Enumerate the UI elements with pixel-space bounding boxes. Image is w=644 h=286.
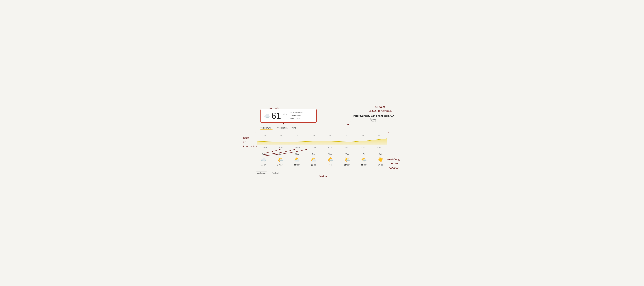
day-icon-sun: 🌤️: [277, 156, 284, 163]
tab-temperature[interactable]: Temperature: [260, 127, 272, 129]
wind-detail: Wind: 14 mph: [290, 117, 304, 120]
time-label-0: 5 PM: [261, 147, 269, 149]
weather-source-link[interactable]: weather.com: [255, 172, 268, 174]
high-tue: 63°: [311, 164, 314, 166]
day-name-sat1: Sat: [262, 153, 265, 155]
tabs-row: Temperature Precipitation Wind: [260, 127, 400, 129]
low-tue: 55°: [314, 164, 316, 166]
temp-units: °F | °C: [282, 113, 288, 115]
chart-time-labels: 5 PM 8 PM 11 PM 2 AM 5 AM 8 AM 11 AM 2 P…: [257, 147, 387, 149]
day-temps-wed: 64° 54°: [328, 164, 333, 166]
annotation-types: typesofinformation: [243, 136, 257, 148]
dot-separator: •: [270, 172, 270, 174]
weather-details: Precipitation: 20% Humidity: 85% Wind: 1…: [290, 111, 304, 120]
temp-label-2: 58: [295, 134, 300, 136]
temp-label-1: 58: [278, 134, 284, 136]
temp-label-7: 63: [376, 134, 382, 136]
day-card-tue: Tue ⛅ 63° 55°: [310, 153, 317, 166]
day-temps-thu: 65° 55°: [344, 164, 350, 166]
annotation-citation: citation: [318, 175, 327, 178]
time-label-5: 8 AM: [342, 147, 350, 149]
day-name-sat2: Sat: [379, 153, 382, 155]
high-fri: 65°: [361, 164, 364, 166]
day-temps-sat1: 61° 57°: [260, 164, 266, 166]
low-sat2: 55°: [381, 164, 384, 166]
divider: [255, 170, 389, 170]
day-name-mon: Mon: [295, 153, 299, 155]
precipitation-detail: Precipitation: 20%: [290, 111, 304, 114]
tab-wind[interactable]: Wind: [292, 127, 296, 129]
day-card-sat2: Sat ☀️ 67° 55°: [377, 153, 384, 166]
day-temps-fri: 65° 55°: [361, 164, 367, 166]
day-card-mon: Mon ⛅ 63° 55°: [294, 153, 300, 166]
day-name-thu: Thu: [346, 153, 348, 155]
tab-precipitation[interactable]: Precipitation: [276, 127, 288, 129]
weekly-forecast: Sat ☁️ 61° 57° Sun 🌤️ 64° 56° Mon ⛅ 63° …: [255, 153, 389, 167]
day-icon-mon: ⛅: [294, 156, 300, 163]
cloud-icon: ☁️: [264, 113, 270, 119]
day-card-thu: Thu 🌤️ 65° 55°: [344, 153, 350, 166]
day-temps-mon: 63° 55°: [294, 164, 300, 166]
time-label-2: 11 PM: [294, 147, 302, 149]
low-thu: 55°: [347, 164, 350, 166]
temp-label-0: 59: [262, 134, 268, 136]
high-sat1: 61°: [260, 164, 263, 166]
location-name: Inner Sunset, San Francisco, CA: [353, 114, 394, 117]
high-sat2: 67°: [378, 164, 380, 166]
day-icon-sat2: ☀️: [377, 156, 384, 163]
day-icon-wed: 🌤️: [327, 156, 334, 163]
humidity-detail: Humidity: 85%: [290, 114, 304, 117]
footer-row: weather.com • Feedback: [255, 172, 389, 174]
day-icon-fri: 🌤️: [360, 156, 367, 163]
location-section: Inner Sunset, San Francisco, CA Saturday…: [353, 114, 394, 122]
chart-container: 59 58 58 59 59 58 60 63 5 PM 8 P: [255, 132, 389, 150]
temperature-chart-svg: [257, 137, 387, 145]
day-card-wed: Wed 🌤️ 64° 54°: [327, 153, 334, 166]
high-wed: 64°: [328, 164, 330, 166]
day-name-tue: Tue: [312, 153, 315, 155]
temp-label-3: 59: [311, 134, 316, 136]
current-temperature: 61: [272, 111, 281, 121]
time-label-3: 2 AM: [310, 147, 318, 149]
chart-temp-labels: 59 58 58 59 59 58 60 63: [257, 134, 387, 136]
annotation-week: week-longforecastsummary: [387, 158, 400, 169]
page-wrapper: snapshot relevantcontext for forecast ty…: [242, 104, 402, 182]
time-label-7: 2 PM: [375, 147, 383, 149]
high-thu: 65°: [344, 164, 347, 166]
day-temps-sun: 64° 56°: [277, 164, 283, 166]
annotation-relevant: relevantcontext for forecast: [369, 105, 392, 113]
day-icon-sat1: ☁️: [260, 156, 267, 163]
high-mon: 63°: [294, 164, 297, 166]
day-name-sun: Sun: [278, 153, 282, 155]
low-fri: 55°: [364, 164, 367, 166]
day-name-fri: Fri: [363, 153, 365, 155]
low-sun: 56°: [280, 164, 283, 166]
temp-label-5: 58: [344, 134, 349, 136]
location-condition: Cloudy: [353, 120, 394, 122]
time-label-1: 8 PM: [277, 147, 285, 149]
day-card-sun: Sun 🌤️ 64° 56°: [277, 153, 284, 166]
low-sat1: 57°: [264, 164, 266, 166]
snapshot-box: ☁️ 61 °F | °C Precipitation: 20% Humidit…: [260, 109, 317, 123]
high-sun: 64°: [277, 164, 280, 166]
low-wed: 54°: [330, 164, 333, 166]
day-name-wed: Wed: [328, 153, 332, 155]
temp-label-6: 60: [360, 134, 366, 136]
day-card-sat1: Sat ☁️ 61° 57°: [260, 153, 267, 166]
time-label-6: 11 AM: [359, 147, 367, 149]
day-icon-thu: 🌤️: [344, 156, 350, 163]
feedback-link[interactable]: Feedback: [272, 172, 279, 174]
day-temps-tue: 63° 55°: [311, 164, 316, 166]
time-label-4: 5 AM: [326, 147, 334, 149]
temp-label-4: 59: [328, 134, 333, 136]
day-icon-tue: ⛅: [310, 156, 317, 163]
day-card-fri: Fri 🌤️ 65° 55°: [360, 153, 367, 166]
low-mon: 55°: [297, 164, 300, 166]
day-temps-sat2: 67° 55°: [378, 164, 384, 166]
location-day: Saturday: [353, 118, 394, 120]
